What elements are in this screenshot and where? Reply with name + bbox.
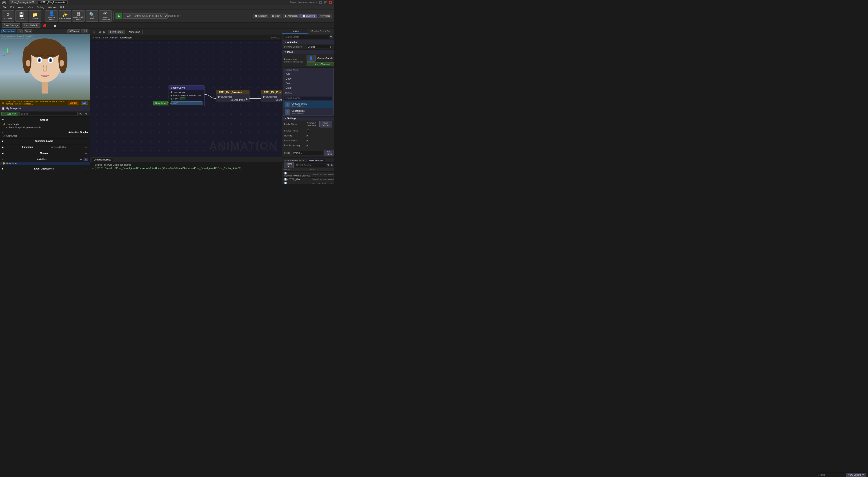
graph-canvas[interactable]: Modify Curve Source Pose Pose E CTRLBrow… bbox=[90, 40, 282, 157]
asset-search-icon-btn[interactable]: 🔍 bbox=[327, 163, 330, 168]
lighting-expand[interactable]: ▶ bbox=[307, 134, 308, 137]
dismiss-button[interactable]: Dismiss bbox=[68, 101, 79, 105]
event-bp-update-item[interactable]: ↗ Event Blueprint Update Animation bbox=[0, 126, 90, 129]
close-button[interactable]: × bbox=[329, 1, 332, 4]
variables-add-btn[interactable]: + bbox=[79, 157, 83, 161]
preview-scene-tab[interactable]: Preview Scene Set bbox=[308, 29, 334, 34]
ctx-asset-male[interactable]: 👤 GenesisMale Skeletal Mesh bbox=[283, 108, 333, 116]
profile-input[interactable] bbox=[292, 151, 323, 155]
mesh-btn[interactable]: ▦ Mesh bbox=[270, 14, 282, 18]
pause-button[interactable]: ⏸ bbox=[47, 23, 52, 28]
menu-item-debug[interactable]: Debug bbox=[35, 5, 46, 9]
bp-search-input[interactable] bbox=[19, 112, 78, 116]
viewport-3d[interactable]: Previewing Pose_Control_AnimBP-C. Bone m… bbox=[0, 34, 90, 99]
anim-graphs-header[interactable]: ▼ Animation Graphs bbox=[0, 130, 90, 134]
asset-settings-icon-btn[interactable]: ⚙ bbox=[331, 163, 333, 168]
play-button[interactable]: ▶ bbox=[116, 12, 122, 19]
hide-unrelated-button[interactable]: 👁 Hide Unrelated bbox=[99, 10, 112, 22]
forward-btn[interactable]: ▶ bbox=[102, 30, 107, 34]
details-search-input[interactable] bbox=[283, 35, 329, 39]
bookmark-btn[interactable]: ☆ bbox=[92, 30, 96, 34]
asset-row-2[interactable]: 📄 eCTRL_Max_PoseAsset /Game/DazToUnreal/… bbox=[282, 181, 334, 184]
menu-item-edit[interactable]: Edit bbox=[8, 5, 17, 9]
asset-row-1[interactable]: 📄 eCTRL_Max /Game/DazToUnreal/Ani... bbox=[282, 178, 334, 181]
graphs-add-btn[interactable]: + bbox=[84, 118, 88, 122]
macros-header[interactable]: ▶ Macros + bbox=[0, 151, 90, 156]
back-btn[interactable]: ◀ bbox=[97, 30, 101, 34]
edit-button[interactable]: Edit bbox=[81, 101, 88, 105]
asset-row-0[interactable]: 📄 GenesisToHumanoidPose /Game/DazToUnrea… bbox=[282, 172, 334, 178]
animation-btn[interactable]: ▶ Animation bbox=[283, 14, 300, 18]
add-profile-btn[interactable]: Add Profile bbox=[324, 150, 334, 156]
bp-search-icon-btn[interactable]: 🔍 bbox=[79, 112, 83, 116]
compiler-results-tab[interactable]: Compiler Results bbox=[92, 157, 113, 161]
variables-header[interactable]: ▼ Variables + 👁 bbox=[0, 157, 90, 162]
mesh-section-header[interactable]: ▼ Mesh bbox=[282, 50, 334, 54]
graphs-header[interactable]: ▼ Graphs + bbox=[0, 118, 90, 122]
preview-controller-dropdown[interactable]: Default ▾ bbox=[307, 45, 332, 49]
brow-inner-variable[interactable]: Brow Inner bbox=[0, 162, 90, 165]
ctx-copy-item[interactable]: Copy bbox=[283, 77, 333, 81]
event-graph-item[interactable]: ⚡ EventGraph bbox=[0, 122, 90, 126]
perspective-btn[interactable]: Perspective bbox=[1, 29, 16, 33]
ectrl-max-node[interactable]: eCTRL_Max_PoseAsset Source Pose Source P… bbox=[216, 90, 249, 102]
ctx-paste-item[interactable]: Paste bbox=[283, 81, 333, 85]
create-asset-button[interactable]: ✨ Create Asset bbox=[59, 10, 71, 22]
class-defaults-button[interactable]: Class Defaults bbox=[22, 23, 40, 28]
breadcrumb-root[interactable]: Pose_Control_AnimBP bbox=[95, 36, 118, 39]
settings-section-header[interactable]: ▼ Settings bbox=[282, 116, 334, 120]
details-tab[interactable]: Details bbox=[282, 29, 308, 34]
environment-expand[interactable]: ▶ bbox=[307, 139, 308, 142]
ectrl-min-node[interactable]: eCTRL_Min_PoseAsset Source Pose Source P… bbox=[261, 90, 282, 102]
compile-button[interactable]: ⚙ Compile bbox=[2, 10, 14, 22]
shared-profile-checkbox[interactable] bbox=[307, 129, 309, 132]
zoom-btn[interactable]: x1.0 bbox=[81, 29, 88, 33]
functions-header[interactable]: ▶ Functions (4 Overridable) + bbox=[0, 145, 90, 150]
lit-btn[interactable]: Lit bbox=[17, 29, 23, 33]
ctx-clear-item[interactable]: Clear bbox=[283, 85, 333, 90]
event-graph-tab[interactable]: Event Graph bbox=[107, 30, 125, 34]
pp-expand[interactable]: ▶ bbox=[307, 144, 308, 147]
view-options-btn[interactable]: View Options bbox=[319, 121, 332, 127]
menu-item-file[interactable]: File bbox=[1, 5, 8, 9]
lod-btn[interactable]: LOD Auto bbox=[67, 29, 80, 33]
add-new-button[interactable]: + + Add New bbox=[1, 112, 19, 116]
save-button[interactable]: 💾 Save bbox=[15, 10, 28, 22]
macros-add-btn[interactable]: + bbox=[84, 151, 88, 155]
menu-item-window[interactable]: Window bbox=[46, 5, 58, 9]
event-dispatchers-add-btn[interactable]: + bbox=[84, 167, 88, 171]
anim-preview-editor-tab[interactable]: Anim Preview Editor bbox=[282, 159, 307, 162]
anim-layers-add-btn[interactable]: + bbox=[84, 139, 88, 143]
menu-item-view[interactable]: View bbox=[26, 5, 35, 9]
blueprint-btn[interactable]: 📋 Blueprint bbox=[301, 14, 317, 18]
make-static-button[interactable]: ▦ Make Static Mesh bbox=[72, 10, 85, 22]
physics-btn[interactable]: ⚛ Physics bbox=[318, 14, 332, 18]
ctx-asset-female[interactable]: 👤 GenesisFemale Skeletal Mesh bbox=[283, 101, 333, 108]
brow-inner-indicator[interactable]: Brow Inner → bbox=[153, 101, 172, 106]
eye-icon-btn[interactable]: 👁 bbox=[84, 158, 88, 161]
context-menu[interactable]: Current Asset Edit Copy Paste Clear Brow… bbox=[283, 68, 334, 116]
minimize-button[interactable]: − bbox=[319, 1, 322, 4]
modify-curve-node[interactable]: Modify Curve Source Pose Pose E CTRLBrow… bbox=[168, 85, 205, 106]
asset-browser-tab[interactable]: Asset Browser bbox=[307, 159, 325, 162]
ctx-edit-item[interactable]: Edit bbox=[283, 72, 333, 77]
functions-add-btn[interactable]: + bbox=[84, 145, 88, 149]
debug-filter-select[interactable]: Pose_Control_AnimBP_C_3 in AnimationEdit… bbox=[123, 13, 168, 19]
show-btn[interactable]: Show bbox=[24, 29, 32, 33]
anim-layers-header[interactable]: ▶ Animation Layers + bbox=[0, 139, 90, 144]
class-settings-button[interactable]: Class Settings bbox=[2, 23, 20, 28]
animgraph-item[interactable]: ⬡ AnimGraph bbox=[0, 134, 90, 138]
title-tab-1[interactable]: Pose_Control_AnimBP bbox=[9, 0, 37, 4]
event-dispatchers-header[interactable]: ▶ Event Dispatchers + bbox=[0, 166, 90, 171]
asset-search-input[interactable] bbox=[294, 163, 327, 167]
apply-to-asset-btn[interactable]: Apply To Asset bbox=[307, 62, 334, 66]
filters-btn[interactable]: Filters ▼ bbox=[284, 162, 294, 168]
skeleton-btn[interactable]: 💀 Skeleton bbox=[253, 14, 269, 18]
preview-mesh-button[interactable]: 👤 Preview Mesh bbox=[45, 10, 58, 22]
menu-item-asset[interactable]: Asset bbox=[17, 5, 26, 9]
stop-button[interactable]: ⏹ bbox=[53, 23, 57, 28]
maximize-button[interactable]: □ bbox=[324, 1, 327, 4]
browse-button[interactable]: 📁 Browse bbox=[29, 10, 41, 22]
title-tab-2[interactable]: eCTRL_Min_PoseAsset+ bbox=[37, 0, 68, 4]
animation-section-header[interactable]: ▼ Animation bbox=[282, 40, 334, 44]
